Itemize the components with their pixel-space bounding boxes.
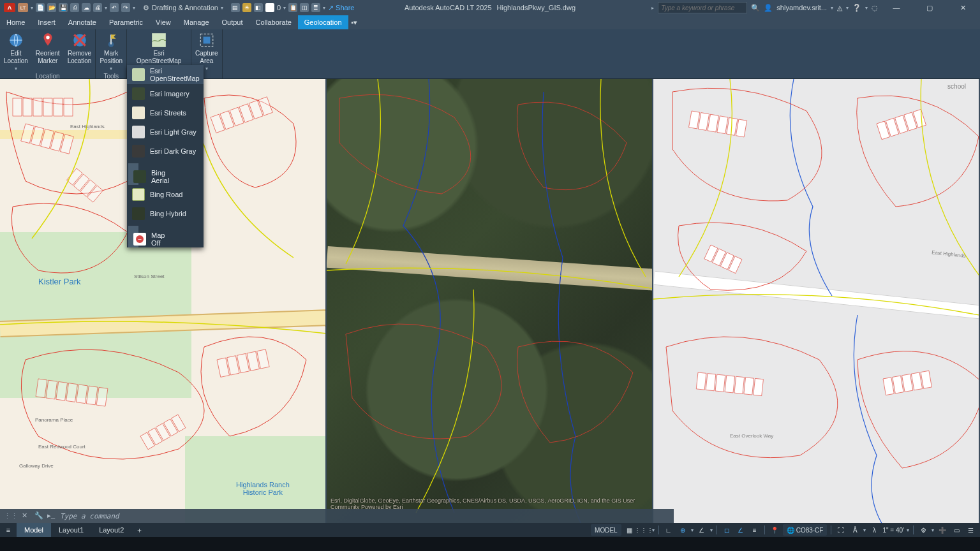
- web-icon[interactable]: ☁: [82, 3, 91, 12]
- tab-geolocation[interactable]: Geolocation: [298, 15, 348, 29]
- dd-esri-osm[interactable]: Esri OpenStreetMap: [127, 65, 204, 84]
- props-icon[interactable]: ≣: [311, 3, 320, 12]
- layer-caret[interactable]: ▾: [283, 5, 286, 11]
- scale-label[interactable]: 1" = 40': [882, 527, 904, 534]
- svg-rect-7: [13, 98, 22, 116]
- reorient-marker-button[interactable]: Reorient Marker: [32, 29, 64, 65]
- customize-icon[interactable]: ☰: [965, 524, 976, 536]
- new-icon[interactable]: 📄: [36, 3, 45, 12]
- infocenter-caret[interactable]: ▸: [651, 5, 654, 11]
- annoauto-icon[interactable]: λ: [868, 524, 880, 536]
- ortho-icon[interactable]: ∟: [663, 524, 674, 536]
- tab-insert[interactable]: Insert: [31, 15, 62, 29]
- isodraft-icon[interactable]: ∠: [696, 524, 708, 536]
- viewport-imagery[interactable]: Esri, DigitalGlobe, GeoEye, Earthstar Ge…: [327, 79, 653, 523]
- lineweight-icon[interactable]: ≡: [749, 524, 761, 536]
- tab-overflow-icon[interactable]: ▪▾: [348, 15, 361, 29]
- tab-manage[interactable]: Manage: [177, 15, 216, 29]
- otrack-icon[interactable]: ∠: [735, 524, 746, 536]
- dd-bing-aerial[interactable]: Bing Aerial: [128, 163, 138, 185]
- layer0-icon[interactable]: [265, 3, 274, 12]
- dd-esri-darkgray[interactable]: Esri Dark Gray: [127, 142, 204, 161]
- autodesk-icon[interactable]: ◬: [837, 4, 842, 12]
- tab-annotate[interactable]: Annotate: [62, 15, 103, 29]
- tab-output[interactable]: Output: [216, 15, 249, 29]
- imagery-attribution: Esri, DigitalGlobe, GeoEye, Earthstar Ge…: [330, 497, 650, 510]
- hamburger-icon[interactable]: ≡: [0, 523, 17, 537]
- edit-location-button[interactable]: Edit Location▾: [0, 29, 32, 73]
- command-line[interactable]: ⋮⋮ ✕ 🔧 ▸_ Type a command: [0, 509, 674, 523]
- basemap-dropdown: Esri OpenStreetMap Esri Imagery Esri Str…: [127, 65, 204, 247]
- plot-icon[interactable]: 🖨: [93, 3, 102, 12]
- annovis-icon[interactable]: Å: [849, 524, 861, 536]
- props-caret[interactable]: ▾: [323, 5, 325, 11]
- redo-icon[interactable]: ↷: [121, 3, 130, 12]
- dd-bing-hybrid[interactable]: Bing Hybrid: [127, 204, 204, 223]
- save-icon[interactable]: 💾: [59, 3, 68, 12]
- app-menu-caret[interactable]: ▾: [31, 5, 33, 11]
- coord-system[interactable]: 🌐CO83-CF: [783, 524, 828, 536]
- hatch-icon[interactable]: ☀: [242, 3, 251, 12]
- osnap-icon[interactable]: ◻: [721, 524, 732, 536]
- user-icon[interactable]: 👤: [764, 4, 773, 12]
- svg-rect-63: [883, 378, 894, 395]
- workspace-status-icon[interactable]: ⚙: [917, 524, 929, 536]
- dd-esri-imagery[interactable]: Esri Imagery: [127, 84, 204, 103]
- app-logo[interactable]: A: [4, 3, 15, 12]
- cmd-handle-icon[interactable]: ⋮⋮: [4, 512, 18, 520]
- username-label[interactable]: shiyamdev.srit...: [776, 4, 827, 11]
- workspace-switcher[interactable]: ⚙ Drafting & Annotation ▾: [139, 4, 227, 12]
- tab-view[interactable]: View: [149, 15, 177, 29]
- share-button[interactable]: ↗ Share: [328, 4, 354, 12]
- dd-bing-road[interactable]: Bing Road: [127, 185, 204, 204]
- viewport-lightgray[interactable]: school East Overlook Way East Highlands: [653, 79, 980, 523]
- dd-esri-lightgray[interactable]: Esri Light Gray: [127, 122, 204, 142]
- dd-map-off[interactable]: –Map Off: [128, 226, 138, 247]
- misc-icon[interactable]: ◧: [254, 3, 263, 12]
- historic-park-label: Highlands Ranch Historic Park: [236, 481, 290, 496]
- search-input[interactable]: [658, 2, 747, 13]
- layout-tab-model[interactable]: Model: [17, 523, 51, 537]
- help-icon[interactable]: ❔: [852, 4, 861, 12]
- undo-icon[interactable]: ↶: [110, 3, 119, 12]
- dd-esri-darkgray-label: Esri Dark Gray: [150, 147, 196, 155]
- minimize-button[interactable]: —: [882, 0, 911, 15]
- plot-caret[interactable]: ▾: [105, 5, 107, 11]
- open-icon[interactable]: 📂: [47, 3, 56, 12]
- layout-add-button[interactable]: ＋: [131, 523, 147, 537]
- layer-icon[interactable]: ▤: [231, 3, 240, 12]
- monitor-icon[interactable]: ➕: [937, 524, 948, 536]
- status-model[interactable]: MODEL: [591, 524, 621, 536]
- close-button[interactable]: ✕: [948, 0, 977, 15]
- tab-collaborate[interactable]: Collaborate: [249, 15, 298, 29]
- svg-rect-28: [76, 385, 87, 404]
- svg-rect-59: [725, 376, 735, 393]
- saveas-icon[interactable]: ⎙: [70, 3, 79, 12]
- tab-parametric[interactable]: Parametric: [103, 15, 149, 29]
- cmd-close-icon[interactable]: ✕: [22, 511, 31, 520]
- notify-icon[interactable]: ◌: [872, 4, 878, 12]
- snap-icon[interactable]: ⋮⋮⋮: [638, 524, 650, 536]
- search-icon[interactable]: 🔍: [751, 4, 760, 12]
- remove-location-label: Remove Location: [68, 50, 92, 65]
- annoscale-icon[interactable]: ⛶: [835, 524, 847, 536]
- capture-area-label: Capture Area: [195, 50, 218, 65]
- dd-esri-streets[interactable]: Esri Streets: [127, 103, 204, 122]
- match-icon[interactable]: ◫: [300, 3, 309, 12]
- cmd-input[interactable]: Type a command: [60, 512, 119, 520]
- layout-tab-layout1[interactable]: Layout1: [51, 523, 91, 537]
- paste-icon[interactable]: 📋: [288, 3, 297, 12]
- cmd-settings-icon[interactable]: 🔧: [34, 511, 43, 520]
- polar-icon[interactable]: ⊕: [677, 524, 688, 536]
- svg-rect-29: [86, 386, 98, 405]
- user-caret[interactable]: ▾: [831, 5, 833, 11]
- dd-esri-lightgray-label: Esri Light Gray: [150, 128, 197, 136]
- layout-tab-layout2[interactable]: Layout2: [91, 523, 131, 537]
- mark-position-button[interactable]: Mark Position▾: [96, 29, 126, 73]
- remove-location-button[interactable]: Remove Location: [64, 29, 96, 65]
- geomarker-icon[interactable]: 📍: [769, 524, 780, 536]
- tab-home[interactable]: Home: [0, 15, 31, 29]
- cleanscreen-icon[interactable]: ▭: [951, 524, 962, 536]
- restore-button[interactable]: ▢: [915, 0, 944, 15]
- qat-more-caret[interactable]: ▾: [133, 5, 135, 11]
